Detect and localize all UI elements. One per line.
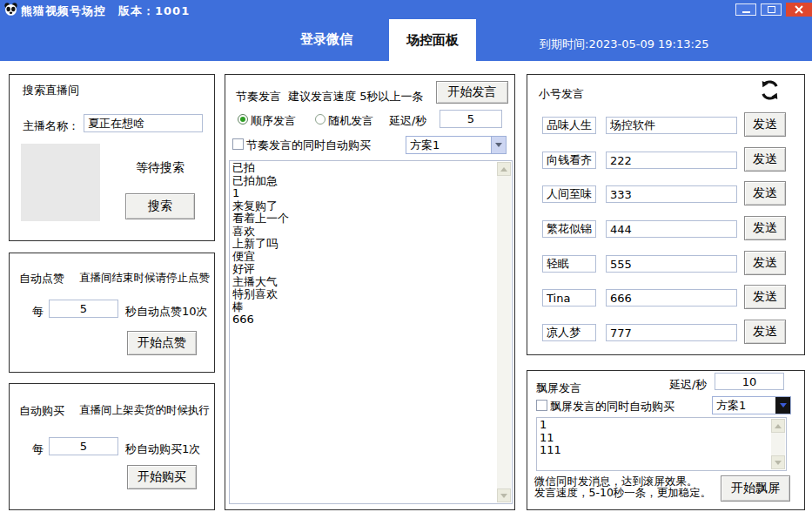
buy-interval-input[interactable]	[49, 437, 118, 455]
account-name-input[interactable]	[542, 255, 596, 273]
search-status-text: 等待搜索	[136, 160, 185, 176]
maximize-button[interactable]	[761, 3, 782, 16]
delay-input[interactable]	[440, 110, 502, 128]
auto-buy-panel: 自动购买 直播间上架卖货的时候执行 每 秒自动购买1次 开始购买	[9, 383, 215, 510]
account-name-input[interactable]	[542, 185, 596, 203]
delay-label: 延迟/秒	[389, 113, 426, 129]
triangle-up-icon	[775, 424, 782, 428]
scroll-up-icon[interactable]	[497, 162, 511, 176]
minimize-button[interactable]	[735, 3, 756, 16]
start-buy-button[interactable]: 开始购买	[127, 465, 197, 489]
float-message-lines: 1 11 111	[540, 419, 770, 469]
account-message-input[interactable]	[606, 255, 737, 273]
account-message-input[interactable]	[606, 324, 737, 341]
account-message-input[interactable]	[606, 117, 737, 134]
float-screen-speech-panel: 飘屏发言 延迟/秒 飘屏发言的同时自动购买 方案1 1 11 111 微信同时发…	[527, 370, 805, 510]
plan-select-dropdown-button[interactable]	[491, 137, 506, 153]
float-message-list[interactable]: 1 11 111	[536, 417, 787, 471]
account-name-input[interactable]	[542, 152, 596, 169]
auto-buy-while-speech-label: 节奏发言的同时自动购买	[246, 138, 371, 153]
plan-select-value: 方案1	[406, 138, 491, 153]
host-name-label: 主播名称：	[23, 118, 79, 134]
random-speech-label: 随机发言	[328, 113, 373, 129]
triangle-up-icon	[500, 167, 507, 172]
app-title: 熊猫视频号场控	[21, 4, 106, 17]
account-message-input[interactable]	[606, 220, 737, 238]
triangle-down-icon	[775, 461, 782, 465]
live-room-thumbnail	[21, 144, 100, 221]
auto-buy-hint: 直播间上架卖货的时候执行	[79, 403, 210, 418]
panel-title: 节奏发言	[236, 89, 281, 104]
buy-suffix-label: 秒自动购买1次	[125, 441, 200, 457]
float-plan-select-value: 方案1	[713, 398, 775, 414]
send-button[interactable]: 发送	[744, 147, 786, 172]
panel-title: 飘屏发言	[536, 381, 581, 396]
host-name-input[interactable]	[84, 114, 203, 132]
account-message-input[interactable]	[606, 185, 737, 203]
rhythm-message-list[interactable]: 已拍 已拍加急 1 来复购了 看着上一个 喜欢 上新了吗 便宜 好评 主播大气 …	[229, 160, 513, 504]
rhythm-speech-panel: 节奏发言 建议发言速度 5秒以上一条 开始发言 顺序发言 随机发言 延迟/秒 节…	[225, 74, 515, 510]
refresh-icon[interactable]	[758, 78, 782, 102]
panel-title: 搜索直播间	[23, 83, 79, 98]
float-list-scrollbar[interactable]	[771, 419, 785, 469]
small-account-speech-panel: 小号发言 发送 发送 发送 发送 发送 发送 发送	[527, 74, 805, 355]
send-button[interactable]: 发送	[744, 216, 786, 240]
auto-like-panel: 自动点赞 直播间结束时候请停止点赞 每 秒自动点赞10次 开始点赞	[9, 253, 215, 373]
start-like-button[interactable]: 开始点赞	[127, 331, 197, 355]
send-button[interactable]: 发送	[744, 285, 786, 309]
expiry-time: 到期时间:2023-05-09 19:13:25	[540, 37, 708, 52]
account-name-input[interactable]	[542, 289, 596, 307]
chevron-down-icon	[495, 143, 502, 147]
panda-logo-icon	[3, 2, 18, 17]
search-live-room-panel: 搜索直播间 主播名称： 等待搜索 搜索	[9, 74, 215, 241]
sequential-speech-radio[interactable]	[238, 114, 248, 125]
rhythm-list-scrollbar[interactable]	[497, 162, 511, 502]
app-window: 熊猫视频号场控版本：1001 登录微信 场控面板 到期时间:2023-05-09…	[0, 0, 812, 512]
rhythm-hint: 建议发言速度 5秒以上一条	[288, 89, 423, 104]
minimize-icon	[742, 11, 750, 13]
window-title: 熊猫视频号场控版本：1001	[21, 3, 190, 19]
like-interval-input[interactable]	[49, 300, 118, 318]
float-plan-select[interactable]: 方案1	[712, 396, 791, 414]
auto-buy-while-speech-checkbox[interactable]	[232, 138, 244, 150]
chevron-down-icon	[780, 403, 787, 408]
send-button[interactable]: 发送	[744, 112, 786, 137]
every-label: 每	[32, 441, 44, 457]
float-delay-label: 延迟/秒	[669, 377, 707, 393]
scroll-down-icon[interactable]	[497, 488, 511, 502]
random-speech-radio[interactable]	[315, 114, 325, 125]
tab-control-panel[interactable]: 场控面板	[389, 19, 476, 61]
account-name-input[interactable]	[542, 220, 596, 238]
scroll-up-icon[interactable]	[771, 419, 785, 433]
panel-title: 自动点赞	[19, 271, 64, 286]
start-float-button[interactable]: 开始飘屏	[721, 475, 790, 502]
maximize-icon	[768, 6, 775, 13]
panel-title: 自动购买	[19, 403, 64, 419]
send-button[interactable]: 发送	[744, 181, 786, 205]
header: 熊猫视频号场控版本：1001 登录微信 场控面板 到期时间:2023-05-09…	[0, 0, 812, 61]
plan-select[interactable]: 方案1	[406, 136, 507, 154]
auto-buy-while-float-label: 飘屏发言的同时自动购买	[550, 399, 674, 414]
account-name-input[interactable]	[542, 117, 596, 134]
float-delay-input[interactable]	[715, 373, 784, 390]
app-version: 版本：1001	[118, 4, 190, 17]
account-message-input[interactable]	[606, 289, 737, 307]
account-message-input[interactable]	[606, 152, 737, 169]
send-button[interactable]: 发送	[744, 320, 786, 344]
float-info-line2: 发言速度，5-10秒一条，更加稳定。	[534, 486, 711, 501]
rhythm-message-lines: 已拍 已拍加急 1 来复购了 看着上一个 喜欢 上新了吗 便宜 好评 主播大气 …	[232, 162, 496, 502]
close-icon	[795, 5, 803, 14]
start-speech-button[interactable]: 开始发言	[436, 81, 508, 104]
panel-title: 小号发言	[539, 86, 584, 102]
close-button[interactable]	[786, 3, 812, 17]
account-name-input[interactable]	[542, 324, 596, 341]
sequential-speech-label: 顺序发言	[251, 113, 296, 129]
scroll-down-icon[interactable]	[771, 455, 785, 469]
search-button[interactable]: 搜索	[125, 193, 195, 219]
like-suffix-label: 秒自动点赞10次	[125, 304, 208, 320]
auto-buy-while-float-checkbox[interactable]	[536, 400, 547, 411]
float-plan-dropdown-button[interactable]	[775, 397, 790, 414]
tab-login-wechat[interactable]: 登录微信	[300, 31, 352, 48]
send-button[interactable]: 发送	[744, 251, 786, 275]
triangle-down-icon	[500, 494, 507, 498]
